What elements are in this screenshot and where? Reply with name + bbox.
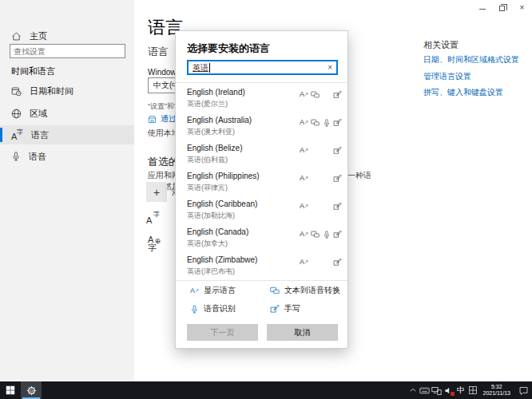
speech-recognition-icon bbox=[322, 230, 331, 239]
handwriting-icon bbox=[333, 90, 342, 99]
dialog-language-row[interactable]: English (Caribbean) 英语(加勒比海) A↗ bbox=[176, 196, 347, 223]
show-hidden-icons-button[interactable] bbox=[407, 381, 419, 399]
dialog-language-row[interactable]: English (Belize) 英语(伯利兹) A↗ bbox=[176, 140, 347, 168]
taskbar-settings-app[interactable] bbox=[21, 381, 42, 399]
add-language-button[interactable]: + bbox=[146, 182, 167, 202]
volume-button[interactable] bbox=[443, 381, 455, 399]
window-controls: × bbox=[472, 0, 532, 14]
language-name: English (Australia) bbox=[187, 116, 252, 124]
sidebar-item-region[interactable]: 区域 bbox=[0, 104, 134, 123]
ime-mode-button[interactable] bbox=[466, 381, 478, 399]
gear-icon bbox=[26, 385, 37, 396]
home-icon bbox=[11, 31, 22, 41]
settings-search-input[interactable] bbox=[10, 47, 122, 56]
related-settings-title: 相关设置 bbox=[423, 39, 459, 51]
sidebar-home-label: 主页 bbox=[30, 30, 47, 42]
windows-logo-icon bbox=[6, 385, 15, 395]
sidebar-item-language[interactable]: 字A 语言 bbox=[0, 125, 134, 144]
feature-icons: A↗ bbox=[300, 230, 342, 239]
dialog-title: 选择要安装的语言 bbox=[187, 41, 270, 56]
ime-language-button[interactable]: 中 bbox=[455, 381, 466, 399]
dialog-search-text: 英语 bbox=[193, 62, 208, 73]
language-name: English (Caribbean) bbox=[187, 200, 257, 208]
action-center-button[interactable] bbox=[514, 381, 532, 399]
sidebar-item-date-time[interactable]: 日期和时间 bbox=[0, 81, 134, 101]
speech-recognition-icon bbox=[190, 305, 199, 314]
feature-icons: A↗ bbox=[300, 90, 342, 99]
legend-label: 手写 bbox=[284, 303, 300, 314]
related-link-date-time-region[interactable]: 日期、时间和区域格式设置 bbox=[423, 54, 519, 65]
related-link-typing[interactable]: 拼写、键入和键盘设置 bbox=[423, 87, 503, 98]
taskbar: 中 5:32 2021/11/13 bbox=[0, 381, 532, 399]
handwriting-icon bbox=[270, 304, 280, 314]
keyboard-icon bbox=[419, 385, 430, 396]
sidebar-item-label: 区域 bbox=[30, 108, 47, 120]
settings-search-box[interactable] bbox=[10, 44, 125, 58]
dialog-language-row[interactable]: English (Philippines) 英语(菲律宾) A↗ bbox=[176, 168, 347, 196]
legend-display-language: A↗ 显示语言 bbox=[190, 285, 236, 296]
handwriting-icon bbox=[333, 202, 342, 211]
handwriting-icon bbox=[333, 118, 342, 127]
display-language-icon: A↗ bbox=[300, 230, 308, 239]
system-tray: 中 5:32 2021/11/13 bbox=[407, 381, 532, 399]
sidebar-item-label: 语音 bbox=[29, 151, 46, 163]
install-language-dialog: 选择要安装的语言 英语 × English (Ireland) 英语(爱尔兰) … bbox=[175, 30, 348, 349]
desktop: ← 设置 × 主页 时间和语言 日期和时间 区域 字A 语言 bbox=[0, 0, 532, 399]
minimize-button[interactable] bbox=[472, 0, 492, 14]
restore-icon bbox=[499, 6, 505, 11]
dialog-language-row[interactable]: English (Zimbabwe) 英语(津巴布韦) A↗ bbox=[176, 251, 347, 279]
legend-speech-recognition: 语音识别 bbox=[190, 303, 236, 314]
network-icon bbox=[431, 385, 442, 396]
related-link-admin-language[interactable]: 管理语言设置 bbox=[423, 71, 471, 82]
sidebar-item-speech[interactable]: 语音 bbox=[0, 147, 134, 166]
handwriting-icon bbox=[333, 174, 342, 183]
close-button[interactable]: × bbox=[512, 0, 532, 14]
minimize-icon bbox=[479, 9, 486, 10]
dialog-language-row[interactable]: English (Australia) 英语(澳大利亚) A↗ bbox=[176, 112, 347, 140]
legend-label: 文本到语音转换 bbox=[284, 285, 340, 296]
ime-grid-icon bbox=[468, 385, 478, 395]
clear-search-icon[interactable]: × bbox=[328, 63, 332, 72]
display-language-icon: A↗ bbox=[300, 174, 308, 183]
cancel-button[interactable]: 取消 bbox=[267, 324, 338, 341]
legend-label: 显示语言 bbox=[204, 285, 236, 296]
dialog-language-row[interactable]: English (Canada) 英语(加拿大) A↗ bbox=[176, 223, 347, 251]
language-subtitle: 英语(加拿大) bbox=[187, 239, 228, 249]
clock-time: 5:32 bbox=[491, 384, 502, 390]
display-language-icon: A↗ bbox=[190, 287, 199, 294]
text-to-speech-icon bbox=[311, 118, 320, 127]
display-language-icon: A↗ bbox=[300, 146, 308, 155]
sidebar-item-home[interactable]: 主页 bbox=[0, 26, 134, 45]
start-button[interactable] bbox=[0, 381, 21, 399]
language-globe-icon: ⊕A字 bbox=[146, 239, 160, 251]
language-name: English (Belize) bbox=[187, 144, 242, 152]
taskbar-clock[interactable]: 5:32 2021/11/13 bbox=[478, 384, 514, 397]
language-icon: 字A bbox=[146, 212, 160, 224]
feature-icons: A↗ bbox=[300, 174, 342, 183]
legend-handwriting: 手写 bbox=[270, 303, 300, 314]
display-language-icon: A↗ bbox=[300, 118, 308, 127]
language-name: English (Canada) bbox=[187, 227, 248, 236]
feature-icons: A↗ bbox=[300, 118, 342, 127]
divider bbox=[176, 82, 347, 83]
network-button[interactable] bbox=[431, 381, 443, 399]
touch-keyboard-button[interactable] bbox=[419, 381, 431, 399]
clock-date: 2021/11/13 bbox=[482, 390, 510, 397]
language-subtitle: 英语(澳大利亚) bbox=[187, 127, 235, 137]
display-language-icon: A↗ bbox=[300, 90, 308, 99]
handwriting-icon bbox=[333, 146, 342, 155]
sidebar-section-title: 时间和语言 bbox=[11, 65, 55, 77]
language-name: English (Philippines) bbox=[187, 172, 260, 180]
language-icon: 字A bbox=[11, 130, 23, 140]
date-time-icon bbox=[11, 86, 22, 97]
next-button[interactable]: 下一页 bbox=[187, 324, 258, 341]
dialog-language-row[interactable]: English (Ireland) 英语(爱尔兰) A↗ bbox=[176, 84, 347, 112]
language-subtitle: 英语(爱尔兰) bbox=[187, 99, 228, 109]
display-language-icon: A↗ bbox=[300, 202, 308, 211]
legend-text-to-speech: 文本到语音转换 bbox=[270, 285, 340, 296]
sidebar-item-label: 语言 bbox=[31, 129, 49, 141]
chevron-up-icon bbox=[409, 386, 417, 394]
restore-button[interactable] bbox=[492, 0, 512, 14]
dialog-search-box[interactable]: 英语 × bbox=[187, 60, 338, 75]
section-title: 语言 bbox=[148, 45, 169, 59]
